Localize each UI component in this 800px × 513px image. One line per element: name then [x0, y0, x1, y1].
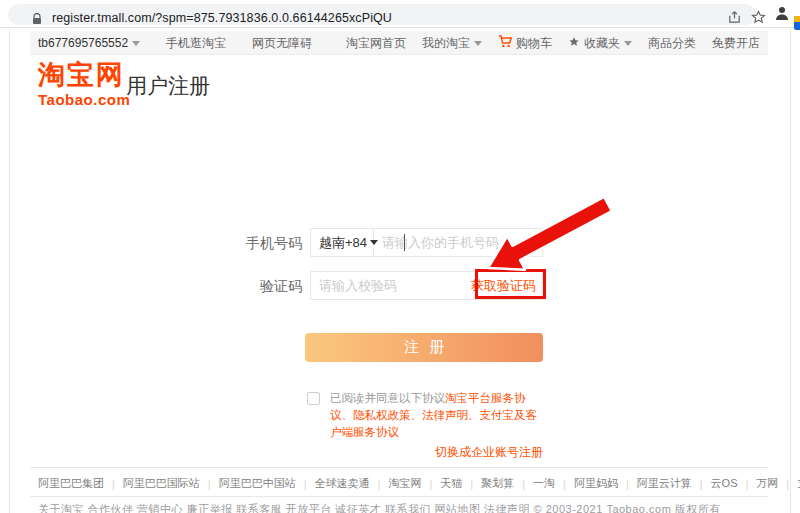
agreement-row: 已阅读并同意以下协议淘宝平台服务协议、隐私权政策、法律声明、支付宝及客户端服务协…: [307, 390, 547, 441]
footer-link[interactable]: 阿里云计算: [637, 476, 692, 491]
agreement-prefix: 已阅读并同意以下协议: [330, 392, 445, 404]
nav-accessibility[interactable]: 网页无障碍: [252, 35, 312, 52]
nav-taobao-home[interactable]: 淘宝网首页: [346, 35, 406, 52]
lock-icon[interactable]: [32, 11, 42, 29]
footer-link[interactable]: 阿里巴巴中国站: [219, 476, 296, 491]
agreement-checkbox[interactable]: [307, 392, 320, 405]
chevron-down-icon: [132, 41, 140, 46]
footer-link[interactable]: 云OS: [711, 476, 738, 491]
register-button[interactable]: 注册: [305, 333, 543, 362]
page-title: 用户注册: [126, 72, 210, 100]
star-icon: [568, 36, 580, 51]
profile-avatar-icon[interactable]: [774, 5, 790, 26]
country-name: 越南: [319, 234, 345, 252]
taobao-topnav: tb677695765552 手机逛淘宝 网页无障碍 淘宝网首页 我的淘宝 购物…: [30, 31, 768, 55]
code-field-group: 获取验证码: [310, 271, 543, 300]
footer-link[interactable]: 一淘: [533, 476, 555, 491]
footer-link[interactable]: 万网: [756, 476, 778, 491]
phone-field-group: 越南 +84: [310, 228, 543, 257]
text-cursor: [404, 234, 405, 251]
phone-label: 手机号码: [222, 235, 302, 253]
footer-link[interactable]: 聚划算: [481, 476, 514, 491]
share-icon[interactable]: [727, 10, 742, 29]
nav-favorites[interactable]: 收藏夹: [568, 35, 632, 52]
url-text[interactable]: register.tmall.com/?spm=875.7931836.0.0.…: [52, 11, 392, 25]
enterprise-register-link[interactable]: 切换成企业账号注册: [435, 444, 543, 461]
footer-link[interactable]: 淘宝网: [388, 476, 421, 491]
code-label: 验证码: [222, 278, 302, 296]
phone-input[interactable]: [374, 229, 566, 256]
country-select[interactable]: 越南 +84: [311, 229, 374, 256]
nav-open-shop[interactable]: 免费开店: [712, 35, 760, 52]
nav-categories[interactable]: 商品分类: [648, 35, 696, 52]
nav-my-taobao[interactable]: 我的淘宝: [422, 35, 482, 52]
footer-link[interactable]: 全球速卖通: [315, 476, 370, 491]
topnav-left: tb677695765552 手机逛淘宝 网页无障碍: [38, 31, 312, 55]
footer-link[interactable]: 阿里巴巴集团: [38, 476, 104, 491]
chevron-down-icon: [624, 41, 632, 46]
browser-window: register.tmall.com/?spm=875.7931836.0.0.…: [0, 0, 800, 513]
nav-cart[interactable]: 购物车: [498, 35, 552, 52]
footer-links: 阿里巴巴集团| 阿里巴巴国际站| 阿里巴巴中国站| 全球速卖通| 淘宝网| 天猫…: [38, 476, 800, 491]
bookmark-star-icon[interactable]: [751, 10, 766, 29]
footer-link[interactable]: 天猫: [440, 476, 462, 491]
copyright-text: 关于淘宝 合作伙伴 营销中心 廉正举报 联系客服 开放平台 诚征英才 联系我们 …: [38, 502, 721, 513]
chevron-down-icon: [474, 41, 482, 46]
footer-link[interactable]: 阿里妈妈: [574, 476, 618, 491]
topnav-right: 淘宝网首页 我的淘宝 购物车 收藏夹 商品分类 免费开店: [346, 31, 760, 55]
taobao-logo[interactable]: 淘宝网 Taobao.com: [38, 62, 130, 107]
address-bar[interactable]: register.tmall.com/?spm=875.7931836.0.0.…: [8, 4, 756, 25]
browser-toolbar: register.tmall.com/?spm=875.7931836.0.0.…: [0, 0, 800, 28]
window-edge-right: [790, 29, 791, 513]
agreement-text: 已阅读并同意以下协议淘宝平台服务协议、隐私权政策、法律声明、支付宝及客户端服务协…: [330, 390, 547, 441]
footer-divider-bottom: [30, 496, 768, 497]
footer-link[interactable]: 阿里巴巴国际站: [123, 476, 200, 491]
logo-chinese: 淘宝网: [38, 62, 130, 89]
window-edge-left: [9, 29, 10, 513]
footer-divider-top: [30, 467, 768, 468]
get-code-button[interactable]: 获取验证码: [471, 272, 536, 299]
nav-username[interactable]: tb677695765552: [38, 36, 140, 50]
nav-mobile-taobao[interactable]: 手机逛淘宝: [166, 35, 226, 52]
country-code: +84: [345, 235, 367, 250]
logo-english: Taobao.com: [38, 92, 130, 107]
extension-badge-icon[interactable]: [794, 16, 800, 30]
cart-icon: [498, 35, 512, 51]
